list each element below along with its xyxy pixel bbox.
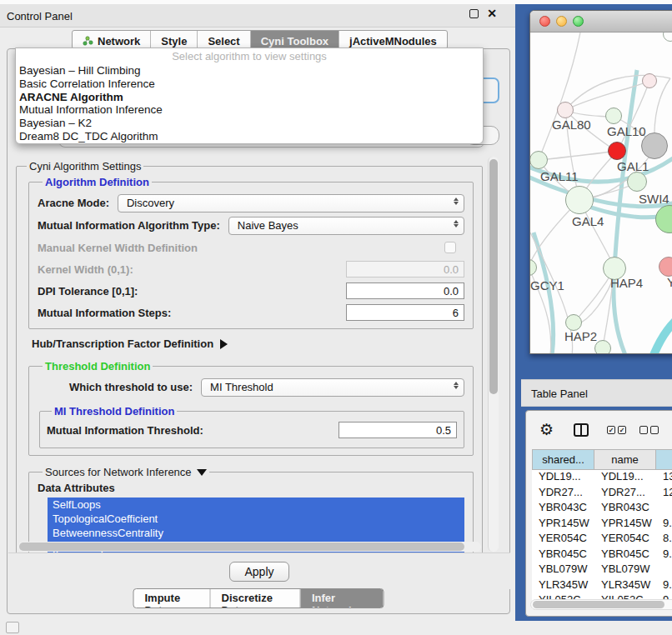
table-row[interactable]: YER054CYER054C8. — [532, 532, 672, 548]
table-row[interactable]: YLR345WYLR345W9. — [532, 578, 672, 594]
column-header-partial[interactable] — [656, 449, 672, 470]
tab-select-label: Select — [208, 35, 239, 48]
table-row[interactable]: YDR27...YDR27...12 — [532, 486, 672, 502]
table-row[interactable]: YDL19...YDL19...13 — [532, 470, 672, 486]
table-cell: YPR145W — [594, 517, 656, 532]
collapse-arrow-icon[interactable] — [197, 469, 207, 476]
dropdown-option[interactable]: Bayesian – K2 — [16, 117, 483, 130]
dropdown-prompt: Select algorithm to view settings — [16, 50, 483, 64]
tab-jactivemnodules-label: jActiveMNodules — [349, 35, 437, 48]
table-cell: YBR043C — [594, 501, 656, 517]
mi-algorithm-type-label: Mutual Information Algorithm Type: — [38, 219, 220, 232]
network-node[interactable] — [627, 172, 647, 192]
column-header-shared-name[interactable]: shared... — [532, 449, 594, 470]
table-rows: YDL19...YDL19...13YDR27...YDR27...12YBR0… — [532, 470, 672, 609]
close-traffic-light-icon[interactable] — [539, 16, 550, 27]
network-node-label: GAL4 — [572, 214, 604, 228]
network-node-label: SWI4 — [639, 192, 669, 206]
settings-vertical-scrollbar[interactable] — [488, 157, 499, 552]
dropdown-option[interactable]: Dream8 DC_TDC Algorithm — [16, 130, 483, 143]
network-node[interactable] — [641, 132, 668, 159]
table-row[interactable]: YBL079WYBL079W — [532, 562, 672, 578]
scrollbar-thumb[interactable] — [533, 601, 664, 608]
dropdown-option[interactable]: Mutual Information Inference — [16, 103, 483, 117]
scrollbar-thumb[interactable] — [489, 159, 498, 394]
tab-jactivemnodules[interactable]: jActiveMNodules — [339, 31, 447, 48]
network-node-label: GAL80 — [552, 118, 591, 132]
checked-columns-icon[interactable]: ✓✓ — [607, 426, 626, 434]
network-node[interactable] — [594, 340, 611, 354]
tab-network[interactable]: Network — [73, 31, 151, 48]
tab-impute-data[interactable]: Impute Data — [134, 589, 211, 608]
threshold-definition-legend: Threshold Definition — [43, 360, 153, 372]
mi-threshold-label: Mutual Information Threshold: — [47, 424, 203, 437]
table-cell — [656, 501, 672, 517]
hub-definition-expander[interactable]: Hub/Transcription Factor Definition — [32, 338, 477, 350]
table-row[interactable]: YBR043CYBR043C — [532, 501, 672, 517]
table-horizontal-scrollbar[interactable] — [530, 599, 672, 610]
column-header-name[interactable]: name — [594, 449, 656, 470]
manual-kernel-width-checkbox[interactable] — [444, 242, 456, 253]
table-panel-window: ⚙ ✓✓ shared... name YDL19...YDL19...13YD… — [525, 410, 672, 617]
network-node[interactable] — [565, 186, 594, 214]
dpi-tolerance-field[interactable] — [346, 282, 464, 299]
tab-cyni-toolbox-label: Cyni Toolbox — [261, 35, 328, 48]
network-node[interactable] — [642, 73, 657, 88]
data-attributes-label: Data Attributes — [38, 482, 464, 494]
network-canvas[interactable]: GAL80GAL10GAL1GAL11SWI4GAL4GCY1HAP4YHAP2 — [530, 32, 672, 354]
tab-style[interactable]: Style — [151, 31, 198, 48]
algorithm-dropdown-popup: Select algorithm to view settings Bayesi… — [15, 48, 484, 144]
network-node-label: GCY1 — [530, 278, 564, 292]
aracne-mode-label: Aracne Mode: — [38, 197, 109, 209]
sources-legend-label: Sources for Network Inference — [45, 466, 192, 478]
settings-horizontal-scrollbar[interactable] — [18, 542, 481, 552]
tab-select[interactable]: Select — [198, 31, 250, 48]
minimize-traffic-light-icon[interactable] — [556, 16, 567, 27]
network-window-titlebar[interactable] — [530, 11, 672, 32]
table-row[interactable]: YPR145WYPR145W9. — [532, 517, 672, 532]
unchecked-columns-icon[interactable] — [639, 426, 659, 434]
table-cell: 9. — [656, 517, 672, 532]
network-node[interactable] — [557, 102, 574, 118]
table-cell: 8. — [656, 532, 672, 548]
dock-placeholder-icon[interactable] — [6, 622, 19, 633]
which-threshold-select[interactable]: MI Threshold — [201, 378, 464, 397]
dropdown-option[interactable]: Bayesian – Hill Climbing — [16, 64, 483, 78]
network-icon — [83, 36, 93, 46]
cyni-algorithm-settings-group: Cyni Algorithm Settings Algorithm Defini… — [16, 160, 483, 552]
network-node[interactable] — [530, 151, 548, 169]
mi-threshold-legend: MI Threshold Definition — [52, 405, 177, 418]
split-columns-icon[interactable] — [574, 423, 589, 437]
network-view-window: GAL80GAL10GAL1GAL11SWI4GAL4GCY1HAP4YHAP2 — [529, 10, 672, 354]
screen: Control Panel ✕ Network Style Select Cyn… — [0, 0, 672, 635]
float-window-icon[interactable] — [469, 9, 479, 18]
dropdown-option-highlighted[interactable]: ARACNE Algorithm — [16, 91, 483, 104]
table-cell: YLR345W — [594, 578, 656, 594]
apply-button[interactable]: Apply — [229, 562, 289, 582]
mi-threshold-field[interactable] — [339, 422, 457, 438]
aracne-mode-select[interactable]: Discovery — [118, 194, 464, 212]
list-item[interactable]: TopologicalCoefficient — [48, 512, 464, 526]
control-panel-title: Control Panel — [7, 10, 73, 22]
zoom-traffic-light-icon[interactable] — [573, 16, 584, 27]
network-node-label: GAL1 — [617, 159, 649, 173]
network-node[interactable] — [608, 142, 626, 160]
gear-icon[interactable]: ⚙ — [539, 422, 554, 438]
settings-scrollpane: Cyni Algorithm Settings Algorithm Defini… — [11, 155, 486, 552]
tab-infer-network[interactable]: Infer Network — [301, 589, 384, 608]
dropdown-option[interactable]: Basic Correlation Inference — [16, 78, 483, 91]
dpi-tolerance-label: DPI Tolerance [0,1]: — [38, 285, 138, 298]
tab-discretize-data[interactable]: Discretize Data — [211, 589, 301, 608]
network-node[interactable] — [565, 314, 582, 331]
list-item[interactable]: BetweennessCentrality — [48, 526, 464, 540]
scrollbar-thumb[interactable] — [19, 542, 464, 551]
mi-algorithm-type-select[interactable]: Naive Bayes — [228, 217, 464, 235]
network-node[interactable] — [605, 108, 622, 124]
table-cell: YPR145W — [532, 517, 594, 532]
list-item[interactable]: SelfLoops — [48, 498, 464, 512]
close-icon[interactable]: ✕ — [487, 9, 497, 18]
mi-steps-field[interactable] — [346, 304, 464, 321]
table-row[interactable]: YBR045CYBR045C9. — [532, 548, 672, 563]
network-node-label: HAP2 — [564, 329, 597, 343]
tab-cyni-toolbox[interactable]: Cyni Toolbox — [251, 31, 339, 48]
